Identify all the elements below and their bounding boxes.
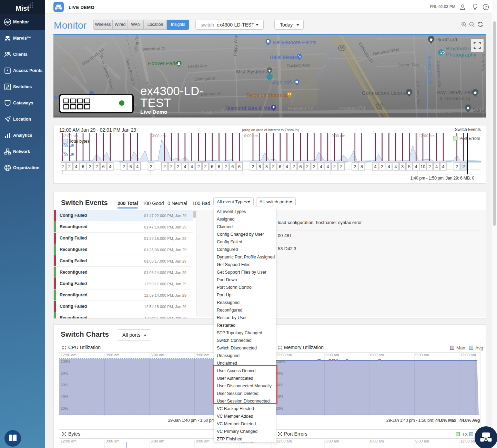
svg-text:2: 2	[381, 164, 383, 169]
svg-text:Diamond Gas & Mart: Diamond Gas & Mart	[225, 105, 274, 111]
svg-text:2: 2	[354, 164, 356, 169]
svg-text:12:00 pm: 12:00 pm	[460, 439, 476, 443]
svg-text:Halal Meats: Halal Meats	[270, 54, 297, 60]
svg-text:4: 4	[395, 164, 397, 169]
svg-text:2: 2	[456, 164, 458, 169]
svg-text:6:00 am: 6:00 am	[151, 353, 164, 357]
svg-text:Port Errors: Port Errors	[459, 136, 480, 141]
svg-text:20%: 20%	[61, 406, 68, 410]
svg-text:Prospect Rd: Prospect Rd	[288, 105, 314, 111]
svg-text:Contractors License: Contractors License	[362, 90, 409, 96]
svg-text:9:00 am: 9:00 am	[415, 353, 429, 357]
svg-text:6: 6	[218, 164, 220, 169]
svg-text:6:00 am: 6:00 am	[370, 439, 384, 443]
svg-text:12:00 am: 12:00 am	[62, 134, 78, 138]
svg-text:4: 4	[374, 164, 376, 169]
svg-text:Dollis Way: Dollis Way	[481, 54, 486, 72]
svg-text:Bayphoto N: Bayphoto N	[446, 45, 474, 51]
svg-text:Kelly-Moore Paints: Kelly-Moore Paints	[273, 39, 316, 45]
svg-text:2: 2	[197, 164, 200, 169]
svg-text:4: 4	[184, 164, 186, 169]
svg-text:60%: 60%	[61, 383, 68, 387]
svg-text:4: 4	[442, 164, 445, 169]
svg-text:6: 6	[279, 164, 281, 169]
svg-text:12:00 pm: 12:00 pm	[419, 134, 435, 138]
svg-text:2: 2	[204, 164, 206, 169]
svg-text:100 MB: 100 MB	[62, 153, 74, 157]
svg-text:Leeds Ave: Leeds Ave	[187, 63, 207, 69]
svg-text:4: 4	[75, 164, 78, 169]
svg-text:2: 2	[150, 164, 152, 169]
svg-text:4: 4	[415, 164, 417, 169]
svg-text:2: 2	[252, 164, 254, 169]
svg-text:10: 10	[420, 164, 425, 169]
svg-text:2: 2	[68, 164, 71, 169]
svg-text:9:00 am: 9:00 am	[196, 353, 210, 357]
svg-text:Sogo Tofu: Sogo Tofu	[270, 79, 293, 85]
svg-text:2: 2	[428, 164, 431, 169]
svg-text:12:00 am: 12:00 am	[276, 439, 292, 443]
svg-text:3:00 am: 3:00 am	[106, 439, 120, 443]
svg-text:8: 8	[265, 164, 268, 169]
svg-text:85: 85	[377, 104, 382, 108]
svg-text:9:00 am: 9:00 am	[415, 439, 429, 443]
svg-text:Roy Dendy Paint: Roy Dendy Paint	[436, 89, 477, 95]
svg-text:Ardenwood Dr: Ardenwood Dr	[436, 61, 442, 88]
svg-text:2: 2	[313, 164, 315, 169]
svg-text:12:00 am: 12:00 am	[61, 439, 77, 443]
svg-text:6:00 am: 6:00 am	[370, 353, 384, 357]
svg-text:Devon Way: Devon Way	[398, 62, 420, 68]
svg-text:6: 6	[102, 164, 105, 169]
svg-text:?: ?	[485, 5, 487, 9]
svg-text:100%: 100%	[61, 359, 70, 364]
svg-text:Photography: Photography	[446, 52, 476, 58]
svg-text:2: 2	[293, 164, 295, 169]
svg-text:& Decorating: & Decorating	[439, 95, 470, 101]
svg-text:4: 4	[326, 164, 329, 169]
svg-text:2: 2	[306, 164, 308, 169]
svg-text:Prospect Rd: Prospect Rd	[339, 105, 365, 111]
svg-text:2: 2	[225, 164, 227, 169]
svg-text:4: 4	[286, 164, 288, 169]
svg-text:6: 6	[82, 164, 84, 169]
svg-text:Tacos La Morenita: Tacos La Morenita	[246, 92, 288, 98]
svg-text:12:00 am: 12:00 am	[61, 353, 77, 357]
svg-text:4: 4	[191, 164, 193, 169]
svg-text:2: 2	[170, 164, 173, 169]
svg-text:2: 2	[61, 164, 64, 169]
svg-text:Waterford Dr: Waterford Dr	[142, 46, 166, 52]
svg-text:6: 6	[300, 164, 302, 169]
svg-text:2: 2	[333, 164, 336, 169]
svg-text:20%: 20%	[276, 406, 283, 410]
svg-text:2: 2	[177, 164, 180, 169]
svg-text:3:00 am: 3:00 am	[325, 439, 339, 443]
svg-text:Duckett Way: Duckett Way	[287, 63, 310, 68]
svg-text:4: 4	[388, 164, 390, 169]
svg-text:2: 2	[89, 164, 91, 169]
svg-text:2: 2	[163, 164, 166, 169]
svg-text:2: 2	[95, 164, 98, 169]
svg-text:3:00 am: 3:00 am	[152, 134, 166, 138]
svg-text:9:00 am: 9:00 am	[196, 439, 210, 443]
svg-text:8: 8	[258, 164, 261, 169]
svg-text:4: 4	[320, 164, 322, 169]
svg-text:80%: 80%	[61, 371, 68, 375]
svg-text:4: 4	[109, 164, 111, 169]
svg-text:6: 6	[231, 164, 234, 169]
svg-text:6: 6	[238, 164, 241, 169]
svg-text:200 MB: 200 MB	[62, 144, 74, 148]
svg-text:3: 3	[401, 164, 404, 169]
svg-text:3:00 am: 3:00 am	[325, 353, 339, 357]
svg-text:Hoover Park: Hoover Park	[148, 60, 177, 66]
svg-text:85: 85	[340, 46, 344, 50]
svg-text:8: 8	[361, 164, 363, 169]
svg-text:5: 5	[408, 164, 410, 169]
svg-text:2: 2	[340, 164, 343, 169]
svg-text:Poppy Way: Poppy Way	[233, 35, 238, 56]
svg-text:S Blaney Ave: S Blaney Ave	[415, 81, 421, 106]
svg-text:PicoCraft: PicoCraft	[435, 37, 457, 42]
svg-text:100%: 100%	[276, 359, 285, 364]
svg-text:Mist Systems: Mist Systems	[236, 69, 267, 74]
svg-text:Prospect Rd: Prospect Rd	[426, 109, 451, 114]
svg-text:6:00 am: 6:00 am	[151, 439, 164, 443]
